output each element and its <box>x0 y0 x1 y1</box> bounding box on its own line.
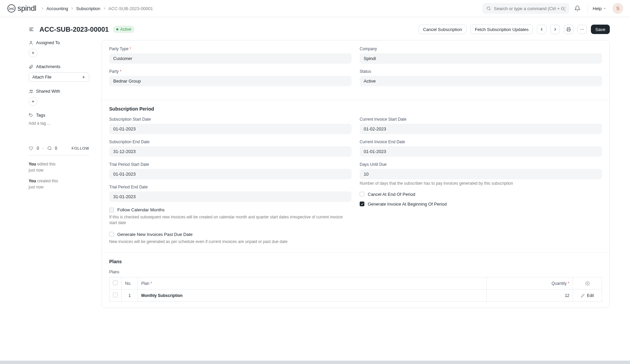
more-horizontal-icon <box>580 27 584 32</box>
follow-button[interactable]: FOLLOW <box>72 146 89 150</box>
cancel-end-checkbox[interactable] <box>360 192 364 196</box>
row-qty[interactable]: 12 <box>487 290 573 302</box>
select-all-checkbox[interactable] <box>113 280 118 285</box>
user-avatar[interactable]: S <box>612 3 623 14</box>
breadcrumb-current: ACC-SUB-2023-00001 <box>109 6 153 11</box>
activity-item: You created this just now <box>29 178 89 190</box>
heart-icon[interactable] <box>29 146 33 151</box>
trial-start-input[interactable]: 01-01-2023 <box>109 169 352 179</box>
breadcrumb: Accounting Subscription ACC-SUB-2023-000… <box>40 6 153 11</box>
plus-icon <box>31 99 35 103</box>
status-input[interactable]: Active <box>360 76 602 86</box>
svg-point-10 <box>30 41 32 43</box>
curr-inv-start-input[interactable]: 01-02-2023 <box>360 124 602 134</box>
edit-label: Edit <box>587 293 594 298</box>
add-share-button[interactable] <box>29 97 37 106</box>
company-label: Company <box>360 47 602 51</box>
party-input[interactable]: Bednar Group <box>109 76 352 86</box>
chevron-right-icon <box>70 6 74 10</box>
col-plan: Plan * <box>138 277 487 290</box>
party-type-input[interactable]: Customer <box>109 53 352 64</box>
subscription-period-heading: Subscription Period <box>109 106 602 112</box>
tags-label: Tags <box>36 113 45 118</box>
assigned-to-label: Assigned To <box>36 40 60 45</box>
col-no: No. <box>122 277 138 290</box>
shared-with-header: Shared With <box>29 89 89 94</box>
fetch-updates-button[interactable]: Fetch Subscription Updates <box>471 25 533 34</box>
company-input[interactable]: Spindl <box>360 53 602 64</box>
chevron-right-icon <box>102 6 107 10</box>
stat-separator: · <box>42 146 43 151</box>
col-check <box>110 277 122 290</box>
paperclip-icon <box>29 64 33 69</box>
add-tag-input[interactable]: Add a tag ... <box>29 121 89 126</box>
follow-calendar-checkbox[interactable] <box>109 208 114 212</box>
assigned-to-header: Assigned To <box>29 40 89 45</box>
edit-row-button[interactable]: Edit <box>576 293 598 298</box>
check-icon <box>361 203 364 206</box>
curr-inv-end-input[interactable]: 01-01-2023 <box>360 146 602 157</box>
col-settings[interactable] <box>573 277 602 290</box>
search-input[interactable] <box>494 6 565 11</box>
activity-item: You edited this just now <box>29 161 89 173</box>
shared-with-label: Shared With <box>36 89 60 94</box>
activity-who: You <box>29 179 36 183</box>
attach-file-button[interactable]: Attach File <box>29 72 89 82</box>
days-due-label: Days Until Due <box>360 162 602 167</box>
svg-point-16 <box>31 90 33 91</box>
row-checkbox[interactable] <box>113 293 118 297</box>
svg-point-1 <box>487 7 490 9</box>
sub-end-input[interactable]: 31-12-2023 <box>109 146 352 157</box>
breadcrumb-accounting[interactable]: Accounting <box>47 6 68 11</box>
chevron-down-icon <box>603 7 606 10</box>
activity-when: just now <box>29 168 43 173</box>
curr-inv-end-label: Current Invoice End Date <box>360 140 602 144</box>
generate-begin-label: Generate Invoice At Beginning Of Period <box>368 202 447 207</box>
table-row[interactable]: 1 Monthly Subscription 12 Edit <box>110 290 602 302</box>
search-box[interactable] <box>482 3 569 14</box>
menu-icon <box>29 27 34 32</box>
users-icon <box>29 89 33 94</box>
trial-start-label: Trial Period Start Date <box>109 162 352 167</box>
generate-past-due-checkbox[interactable] <box>109 232 114 237</box>
attachments-header: Attachments <box>29 64 89 69</box>
cancel-subscription-button[interactable]: Cancel Subscription <box>419 25 467 34</box>
comment-icon[interactable] <box>47 146 52 151</box>
user-icon <box>29 40 33 45</box>
next-button[interactable] <box>550 25 560 34</box>
search-icon <box>486 6 491 11</box>
status-text: Active <box>120 27 131 32</box>
svg-point-19 <box>30 114 30 115</box>
chevron-left-icon <box>539 27 544 32</box>
generate-past-due-label: Generate New Invoices Past Due Date <box>117 232 192 237</box>
status-badge: Active <box>113 26 135 33</box>
pencil-icon <box>581 294 585 298</box>
gear-icon <box>585 281 590 286</box>
notifications-button[interactable] <box>572 3 583 14</box>
yarn-logo-icon <box>7 4 16 13</box>
party-label: Party * <box>109 69 352 74</box>
save-button[interactable]: Save <box>591 25 610 34</box>
breadcrumb-subscription[interactable]: Subscription <box>76 6 100 11</box>
printer-icon <box>566 27 571 32</box>
brand-name: spindl <box>18 4 36 13</box>
trial-end-input[interactable]: 31-01-2023 <box>109 191 352 202</box>
generate-begin-checkbox[interactable] <box>360 202 364 206</box>
brand-logo[interactable]: spindl <box>7 4 36 13</box>
sub-start-input[interactable]: 01-01-2023 <box>109 124 352 134</box>
row-plan[interactable]: Monthly Subscription <box>138 290 487 302</box>
more-button[interactable] <box>577 25 587 34</box>
print-button[interactable] <box>564 25 573 34</box>
days-due-input[interactable]: 10 <box>360 169 602 179</box>
add-assignee-button[interactable] <box>29 49 37 57</box>
sidebar-toggle[interactable] <box>29 27 34 32</box>
help-menu[interactable]: Help <box>588 4 606 12</box>
activity-when: just now <box>29 185 43 189</box>
row-no: 1 <box>122 290 138 302</box>
status-field-label: Status <box>360 69 602 74</box>
plus-icon <box>31 51 35 55</box>
svg-point-20 <box>587 283 588 284</box>
tag-icon <box>29 113 33 118</box>
prev-button[interactable] <box>537 25 546 34</box>
tags-header: Tags <box>29 113 89 118</box>
